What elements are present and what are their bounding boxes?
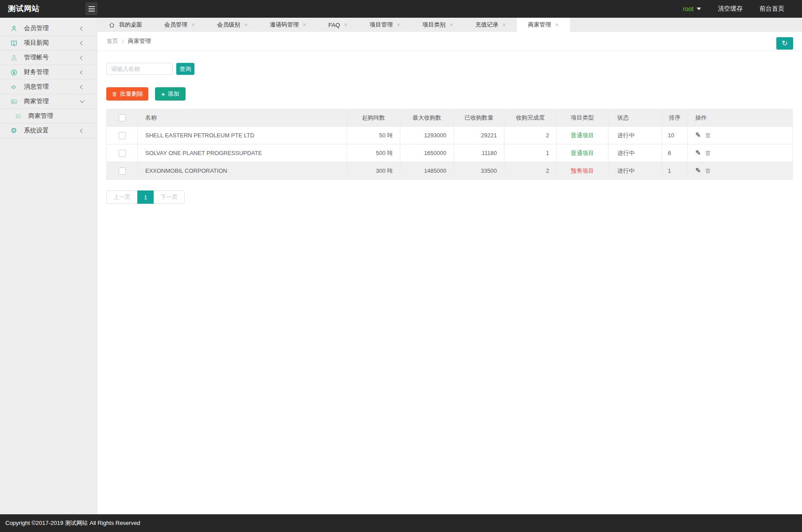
tab-merchant-management[interactable]: 商家管理 × bbox=[517, 18, 570, 32]
chevron-left-icon bbox=[80, 26, 85, 31]
sidebar: 会员管理 项目新闻 管理帐号 财务管理 bbox=[0, 18, 97, 514]
user-dropdown[interactable]: root bbox=[683, 5, 701, 12]
sidebar-item-label: 财务管理 bbox=[24, 68, 49, 76]
table-row: SOLVAY ONE PLANET PROGRESSUPDATE 500 吨 1… bbox=[107, 144, 793, 162]
next-page-button[interactable]: 下一页 bbox=[153, 190, 185, 204]
col-header-actions: 操作 bbox=[688, 109, 793, 127]
table-header-row: 名称 起购吨数 最大收购数 已收购数量 收购完成度 项目类型 状态 排序 操作 bbox=[107, 109, 793, 127]
close-tab-icon[interactable]: × bbox=[302, 22, 306, 28]
row-checkbox[interactable] bbox=[119, 150, 126, 157]
sidebar-subitem-merchant-management[interactable]: 商家管理 bbox=[0, 109, 97, 124]
sidebar-item-label: 项目新闻 bbox=[24, 39, 49, 47]
sidebar-item-admin-accounts[interactable]: 管理帐号 bbox=[0, 50, 97, 65]
sidebar-item-label: 管理帐号 bbox=[24, 54, 49, 62]
close-tab-icon[interactable]: × bbox=[191, 22, 195, 28]
home-icon bbox=[108, 22, 115, 28]
add-button[interactable]: + 添加 bbox=[155, 87, 186, 101]
tab-project-management[interactable]: 项目管理 × bbox=[359, 18, 411, 32]
select-all-checkbox[interactable] bbox=[119, 114, 126, 121]
sidebar-item-label: 消息管理 bbox=[24, 83, 49, 91]
clear-cache-link[interactable]: 清空缓存 bbox=[718, 5, 743, 13]
sidebar-item-merchant-management[interactable]: 商家管理 bbox=[0, 94, 97, 109]
caret-down-icon bbox=[697, 8, 701, 10]
footer: Copyright ©2017-2019 测试网站 All Rights Res… bbox=[0, 514, 802, 532]
yen-circle-icon bbox=[10, 69, 18, 76]
project-type-label: 预售项目 bbox=[571, 167, 594, 174]
copyright-text: Copyright ©2017-2019 测试网站 All Rights Res… bbox=[5, 520, 140, 526]
status-label: 进行中 bbox=[608, 162, 662, 180]
close-tab-icon[interactable]: × bbox=[449, 22, 453, 28]
chevron-left-icon bbox=[80, 41, 85, 45]
refresh-button[interactable]: ↻ bbox=[776, 37, 793, 50]
tabbar: 我的桌面 会员管理 × 会员级别 × 邀请码管理 × FAQ × 项目管理 × bbox=[97, 18, 802, 32]
chevron-down-icon bbox=[80, 99, 85, 103]
breadcrumb-separator: / bbox=[122, 38, 124, 45]
col-header-max-acquire: 最大收购数 bbox=[400, 109, 454, 127]
status-label: 进行中 bbox=[608, 144, 662, 162]
chevron-left-icon bbox=[80, 70, 85, 74]
hamburger-icon bbox=[89, 6, 95, 7]
col-header-acquired: 已收购数量 bbox=[454, 109, 504, 127]
sidebar-subitem-label: 商家管理 bbox=[28, 112, 53, 120]
chevron-left-icon bbox=[80, 128, 85, 133]
row-checkbox[interactable] bbox=[119, 167, 126, 175]
sidebar-item-member-management[interactable]: 会员管理 bbox=[0, 21, 97, 36]
app-root: 测试网站 root 清空缓存 前台首页 会员管理 bbox=[0, 0, 802, 532]
project-type-label: 普通项目 bbox=[571, 132, 594, 139]
chevron-left-icon bbox=[80, 55, 85, 60]
batch-delete-button[interactable]: 批量删除 bbox=[106, 87, 148, 101]
col-header-status: 状态 bbox=[608, 109, 662, 127]
front-home-link[interactable]: 前台首页 bbox=[759, 5, 784, 13]
close-tab-icon[interactable]: × bbox=[397, 22, 400, 28]
sidebar-menu: 会员管理 项目新闻 管理帐号 财务管理 bbox=[0, 18, 97, 138]
edit-icon[interactable]: ✎ bbox=[695, 149, 701, 157]
account-icon bbox=[10, 54, 18, 62]
speaker-icon bbox=[10, 83, 18, 91]
topbar: 测试网站 root 清空缓存 前台首页 bbox=[0, 0, 802, 18]
col-header-min-tons: 起购吨数 bbox=[347, 109, 400, 127]
tab-invite-code-management[interactable]: 邀请码管理 × bbox=[259, 18, 317, 32]
site-logo: 测试网站 bbox=[8, 0, 40, 18]
merchant-card-icon bbox=[10, 98, 18, 105]
tab-faq[interactable]: FAQ × bbox=[318, 18, 359, 32]
tab-project-category[interactable]: 项目类别 × bbox=[411, 18, 464, 32]
prev-page-button[interactable]: 上一页 bbox=[106, 190, 138, 204]
edit-icon[interactable]: ✎ bbox=[695, 131, 701, 139]
delete-icon[interactable] bbox=[705, 169, 711, 175]
sidebar-item-project-news[interactable]: 项目新闻 bbox=[0, 36, 97, 50]
tab-member-management[interactable]: 会员管理 × bbox=[153, 18, 206, 32]
sidebar-item-finance-management[interactable]: 财务管理 bbox=[0, 65, 97, 80]
delete-icon[interactable] bbox=[705, 133, 711, 140]
main-area: 我的桌面 会员管理 × 会员级别 × 邀请码管理 × FAQ × 项目管理 × bbox=[97, 18, 802, 514]
row-checkbox[interactable] bbox=[119, 132, 126, 139]
breadcrumb-current: 商家管理 bbox=[128, 37, 151, 45]
refresh-icon: ↻ bbox=[782, 39, 787, 47]
search-bar: 查询 bbox=[106, 63, 793, 75]
book-icon bbox=[10, 39, 18, 47]
tab-member-level[interactable]: 会员级别 × bbox=[206, 18, 259, 32]
sidebar-item-label: 会员管理 bbox=[24, 24, 49, 32]
sidebar-item-message-management[interactable]: 消息管理 bbox=[0, 80, 97, 94]
sidebar-item-label: 系统设置 bbox=[24, 127, 49, 135]
col-header-sort: 排序 bbox=[662, 109, 688, 127]
search-input[interactable] bbox=[106, 63, 173, 75]
delete-icon[interactable] bbox=[705, 151, 711, 158]
merchant-name: EXXONMOBIL CORPORATION bbox=[138, 162, 347, 180]
chevron-left-icon bbox=[80, 85, 85, 89]
sidebar-toggle-button[interactable] bbox=[85, 2, 97, 15]
close-tab-icon[interactable]: × bbox=[555, 22, 558, 28]
tab-recharge-records[interactable]: 充值记录 × bbox=[464, 18, 517, 32]
close-tab-icon[interactable]: × bbox=[502, 22, 506, 28]
breadcrumb-home[interactable]: 首页 bbox=[107, 37, 118, 45]
table-row: SHELL EASTERN PETROLEUM PTE LTD 50 吨 129… bbox=[107, 127, 793, 144]
edit-icon[interactable]: ✎ bbox=[695, 167, 701, 175]
sidebar-item-system-settings[interactable]: ⚙ 系统设置 bbox=[0, 124, 97, 138]
page-1-button[interactable]: 1 bbox=[137, 190, 154, 204]
query-button[interactable]: 查询 bbox=[176, 63, 194, 75]
close-tab-icon[interactable]: × bbox=[344, 22, 348, 28]
trash-icon bbox=[112, 91, 117, 97]
topbar-right: root 清空缓存 前台首页 bbox=[683, 0, 784, 18]
merchant-table: 名称 起购吨数 最大收购数 已收购数量 收购完成度 项目类型 状态 排序 操作 bbox=[106, 109, 793, 180]
close-tab-icon[interactable]: × bbox=[244, 22, 248, 28]
tab-my-desktop[interactable]: 我的桌面 bbox=[97, 18, 153, 32]
